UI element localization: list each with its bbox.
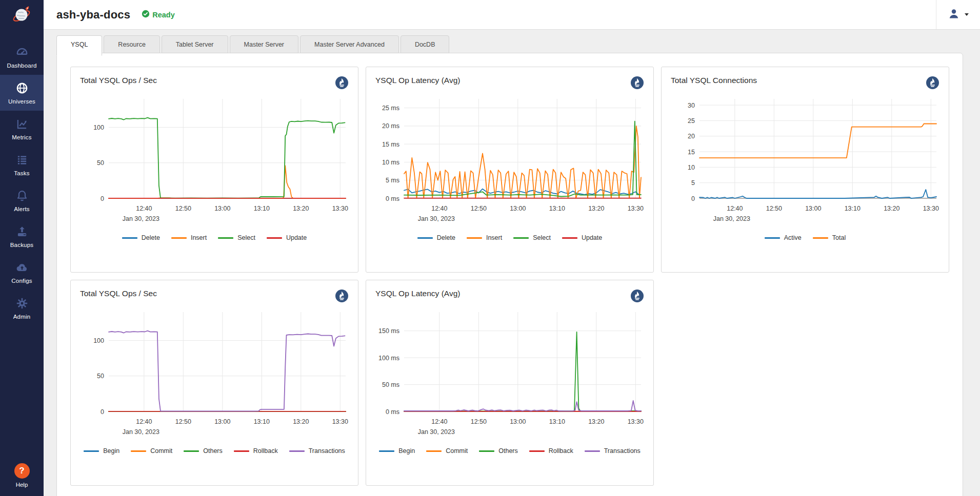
legend-swatch <box>289 450 305 452</box>
legend-item-transactions[interactable]: Transactions <box>289 447 345 454</box>
svg-text:12:40: 12:40 <box>431 205 447 212</box>
legend-swatch <box>267 237 282 239</box>
chart-card: YSQL Op Latency (Avg)0 ms5 ms10 ms15 ms2… <box>366 67 654 273</box>
legend-item-begin[interactable]: Begin <box>84 447 119 454</box>
legend-item-select[interactable]: Select <box>513 234 551 241</box>
legend-item-insert[interactable]: Insert <box>171 234 207 241</box>
svg-text:12:50: 12:50 <box>175 418 191 425</box>
legend-item-total[interactable]: Total <box>813 234 846 241</box>
legend-item-commit[interactable]: Commit <box>426 447 468 454</box>
sidebar-item-help[interactable]: ? Help <box>0 463 44 488</box>
legend-item-begin[interactable]: Begin <box>379 447 415 454</box>
legend-item-others[interactable]: Others <box>184 447 223 454</box>
help-icon: ? <box>14 463 30 479</box>
tab-ysql[interactable]: YSQL <box>56 35 102 56</box>
sidebar-item-metrics[interactable]: Metrics <box>0 111 44 147</box>
svg-text:10 ms: 10 ms <box>382 159 399 166</box>
sidebar-item-configs[interactable]: Configs <box>0 254 44 290</box>
svg-text:30: 30 <box>688 102 695 109</box>
tab-resource[interactable]: Resource <box>104 35 160 53</box>
chart-plot-area: 0 ms50 ms100 ms150 ms12:40Jan 30, 202312… <box>366 305 653 444</box>
legend-swatch <box>813 237 828 239</box>
chart-plot[interactable]: 0 ms5 ms10 ms15 ms20 ms25 ms12:40Jan 30,… <box>373 92 646 229</box>
legend-swatch <box>84 450 99 452</box>
chart-card-header: Total YSQL Connections <box>662 67 949 92</box>
chart-plot[interactable]: 05010012:40Jan 30, 202312:5013:0013:1013… <box>78 305 351 442</box>
chart-card-header: Total YSQL Ops / Sec <box>71 280 358 305</box>
chart-title: Total YSQL Ops / Sec <box>80 76 157 85</box>
sidebar-item-universes[interactable]: Universes <box>0 75 44 111</box>
user-menu[interactable] <box>936 0 980 29</box>
legend-item-select[interactable]: Select <box>218 234 255 241</box>
yugabyte-logo-icon <box>11 4 33 28</box>
svg-text:5: 5 <box>691 179 695 187</box>
legend-item-rollback[interactable]: Rollback <box>529 447 573 454</box>
sidebar-item-backups[interactable]: Backups <box>0 218 44 254</box>
chart-plot-area: 05101520253012:40Jan 30, 202312:5013:001… <box>662 92 949 231</box>
legend-item-update[interactable]: Update <box>267 234 307 241</box>
svg-text:20: 20 <box>688 133 695 140</box>
sidebar-item-dashboard[interactable]: Dashboard <box>0 39 44 75</box>
legend-item-commit[interactable]: Commit <box>131 447 172 454</box>
prometheus-icon[interactable] <box>630 76 644 90</box>
svg-text:0: 0 <box>691 195 695 202</box>
legend-item-delete[interactable]: Delete <box>122 234 160 241</box>
legend-label: Delete <box>437 234 455 241</box>
sidebar-item-label: Dashboard <box>7 63 36 69</box>
tab-tablet-server[interactable]: Tablet Server <box>162 35 228 53</box>
svg-text:0 ms: 0 ms <box>386 195 399 202</box>
svg-text:13:10: 13:10 <box>549 205 565 212</box>
sidebar-item-admin[interactable]: Admin <box>0 290 44 326</box>
legend-item-transactions[interactable]: Transactions <box>585 447 641 454</box>
legend-item-others[interactable]: Others <box>479 447 518 454</box>
user-icon <box>948 8 960 22</box>
tab-docdb[interactable]: DocDB <box>401 35 450 53</box>
legend-item-delete[interactable]: Delete <box>417 234 455 241</box>
legend-label: Insert <box>486 234 502 241</box>
svg-text:13:10: 13:10 <box>549 418 565 425</box>
svg-text:5 ms: 5 ms <box>386 177 399 184</box>
legend-label: Begin <box>103 447 119 454</box>
prometheus-icon[interactable] <box>630 289 644 303</box>
chart-title: Total YSQL Ops / Sec <box>80 289 157 298</box>
svg-text:13:30: 13:30 <box>628 418 644 425</box>
chart-legend: BeginCommitOthersRollbackTransactions <box>71 447 358 454</box>
sidebar-item-alerts[interactable]: Alerts <box>0 182 44 218</box>
legend-item-active[interactable]: Active <box>765 234 802 241</box>
svg-text:15: 15 <box>688 149 695 156</box>
svg-text:13:20: 13:20 <box>588 205 604 212</box>
svg-text:0: 0 <box>101 408 104 416</box>
legend-label: Select <box>237 234 255 241</box>
svg-text:20 ms: 20 ms <box>382 122 399 130</box>
chart-plot[interactable]: 05010012:40Jan 30, 202312:5013:0013:1013… <box>78 92 351 229</box>
tab-master-server-advanced[interactable]: Master Server Advanced <box>300 35 399 53</box>
legend-label: Others <box>203 447 223 454</box>
app-logo[interactable] <box>0 0 44 32</box>
prometheus-icon[interactable] <box>335 289 349 303</box>
legend-item-insert[interactable]: Insert <box>467 234 502 241</box>
svg-text:13:00: 13:00 <box>214 205 230 212</box>
sidebar-item-tasks[interactable]: Tasks <box>0 147 44 182</box>
prometheus-icon[interactable] <box>926 76 939 90</box>
legend-swatch <box>765 237 780 239</box>
svg-text:13:30: 13:30 <box>332 418 348 425</box>
tab-master-server[interactable]: Master Server <box>230 35 299 53</box>
chart-plot[interactable]: 0 ms50 ms100 ms150 ms12:40Jan 30, 202312… <box>373 305 646 442</box>
chart-card: Total YSQL Connections05101520253012:40J… <box>661 67 949 273</box>
chart-plot-area: 05010012:40Jan 30, 202312:5013:0013:1013… <box>71 92 358 231</box>
chart-plot[interactable]: 05101520253012:40Jan 30, 202312:5013:001… <box>669 92 942 229</box>
svg-text:12:40: 12:40 <box>727 205 743 212</box>
legend-label: Others <box>498 447 518 454</box>
legend-label: Insert <box>191 234 207 241</box>
legend-swatch <box>467 237 482 239</box>
legend-label: Transactions <box>604 447 641 454</box>
help-label: Help <box>16 482 28 488</box>
chart-plot-area: 0 ms5 ms10 ms15 ms20 ms25 ms12:40Jan 30,… <box>366 92 653 231</box>
legend-label: Rollback <box>549 447 573 454</box>
prometheus-icon[interactable] <box>335 76 349 90</box>
legend-item-update[interactable]: Update <box>562 234 602 241</box>
backups-icon <box>15 225 29 238</box>
chart-title: YSQL Op Latency (Avg) <box>375 76 460 85</box>
legend-label: Update <box>582 234 602 241</box>
legend-item-rollback[interactable]: Rollback <box>234 447 278 454</box>
